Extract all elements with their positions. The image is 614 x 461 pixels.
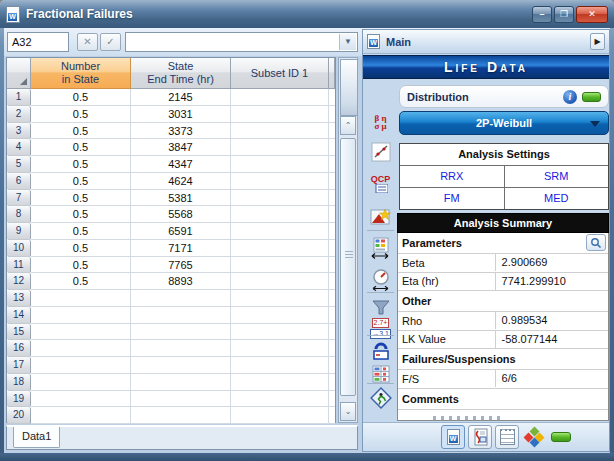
cell[interactable]: 5381 — [131, 190, 231, 207]
row-header[interactable]: 12 — [7, 273, 31, 290]
setting-link-fm[interactable]: FM — [400, 188, 505, 209]
cell[interactable] — [329, 257, 335, 274]
row-header[interactable]: 15 — [7, 324, 31, 341]
cell[interactable]: 0.5 — [31, 173, 131, 190]
cell[interactable] — [231, 223, 329, 240]
cell[interactable] — [231, 290, 329, 307]
row-header[interactable]: 17 — [7, 357, 31, 374]
simulation-icon[interactable] — [368, 386, 393, 410]
cell[interactable] — [31, 374, 131, 391]
cell[interactable] — [231, 340, 329, 357]
cell[interactable] — [131, 324, 231, 341]
cell[interactable] — [231, 173, 329, 190]
probability-plot-icon[interactable] — [368, 140, 393, 164]
cell[interactable] — [131, 357, 231, 374]
cell[interactable] — [329, 106, 335, 123]
cell[interactable] — [31, 391, 131, 408]
formula-dropdown-icon[interactable]: ▼ — [339, 34, 356, 50]
row-header[interactable]: 5 — [7, 156, 31, 173]
scroll-down-icon[interactable]: ⌄ — [340, 402, 356, 421]
row-header[interactable]: 1 — [7, 89, 31, 106]
cell[interactable] — [329, 273, 335, 290]
cell[interactable] — [329, 206, 335, 223]
minimize-button[interactable]: – — [532, 6, 552, 23]
cell[interactable] — [329, 391, 335, 408]
cell[interactable] — [329, 173, 335, 190]
status-button[interactable] — [549, 425, 573, 449]
cell[interactable] — [31, 340, 131, 357]
panel-header[interactable]: W Main ▶ — [363, 30, 609, 54]
cell[interactable] — [231, 123, 329, 140]
row-header[interactable]: 11 — [7, 257, 31, 274]
cell[interactable] — [231, 156, 329, 173]
cell[interactable]: 0.5 — [31, 139, 131, 156]
cell[interactable] — [231, 407, 329, 424]
column-header-partial[interactable] — [329, 58, 335, 89]
row-header[interactable]: 3 — [7, 123, 31, 140]
row-header[interactable]: 2 — [7, 106, 31, 123]
cell[interactable]: 3031 — [131, 106, 231, 123]
cell[interactable]: 0.5 — [31, 190, 131, 207]
row-header[interactable]: 14 — [7, 307, 31, 324]
maximize-button[interactable]: ❐ — [554, 6, 574, 23]
cell[interactable]: 0.5 — [31, 123, 131, 140]
cell[interactable]: 6591 — [131, 223, 231, 240]
cell[interactable] — [131, 290, 231, 307]
scrollbar-thumb[interactable] — [340, 138, 356, 396]
datasheet-button[interactable]: W — [441, 425, 465, 449]
distribution-parameters-icon[interactable]: β η σ μ — [368, 110, 393, 134]
row-header[interactable]: 13 — [7, 290, 31, 307]
dashboard-button[interactable] — [522, 425, 546, 449]
cell[interactable] — [329, 307, 335, 324]
cell[interactable]: 3847 — [131, 139, 231, 156]
setting-link-srm[interactable]: SRM — [505, 166, 609, 187]
cell[interactable]: 0.5 — [31, 240, 131, 257]
cell[interactable]: 5568 — [131, 206, 231, 223]
cell[interactable] — [231, 139, 329, 156]
decimal-precision-icon[interactable]: 2.7+ →3.1 — [368, 316, 393, 340]
cell[interactable] — [329, 374, 335, 391]
cell[interactable] — [131, 391, 231, 408]
non-parametric-icon[interactable] — [368, 338, 393, 362]
cell[interactable]: 4624 — [131, 173, 231, 190]
row-header[interactable]: 7 — [7, 190, 31, 207]
column-header-subset-id[interactable]: Subset ID 1 — [231, 58, 329, 89]
cell[interactable]: 4347 — [131, 156, 231, 173]
cell[interactable]: 0.5 — [31, 257, 131, 274]
window-titlebar[interactable]: W Fractional Failures – ❐ ✕ — [0, 0, 614, 28]
cell[interactable] — [231, 374, 329, 391]
setting-link-rrx[interactable]: RRX — [400, 166, 505, 187]
cell[interactable] — [231, 391, 329, 408]
row-header[interactable]: 19 — [7, 391, 31, 408]
cell[interactable] — [31, 290, 131, 307]
cell[interactable] — [231, 89, 329, 106]
cell[interactable] — [329, 290, 335, 307]
cell-reference-box[interactable]: A32 — [7, 32, 69, 52]
info-icon[interactable]: i — [563, 90, 577, 104]
cell[interactable]: 7765 — [131, 257, 231, 274]
row-header[interactable]: 8 — [7, 206, 31, 223]
row-header[interactable]: 9 — [7, 223, 31, 240]
cell[interactable] — [131, 374, 231, 391]
confirm-entry-button[interactable]: ✓ — [100, 33, 121, 51]
row-header[interactable]: 16 — [7, 340, 31, 357]
cell[interactable] — [329, 190, 335, 207]
cell[interactable] — [31, 307, 131, 324]
cell[interactable] — [231, 206, 329, 223]
row-header[interactable]: 10 — [7, 240, 31, 257]
cell[interactable]: 7171 — [131, 240, 231, 257]
setting-link-med[interactable]: MED — [505, 188, 609, 209]
cell[interactable] — [329, 223, 335, 240]
column-header-state-end-time[interactable]: State End Time (hr) — [131, 58, 231, 89]
scroll-up-icon[interactable]: ⌃ — [340, 116, 356, 135]
workbook-button[interactable] — [495, 425, 519, 449]
cell[interactable]: 0.5 — [31, 206, 131, 223]
formula-input[interactable]: ▼ — [125, 32, 358, 52]
cell[interactable] — [329, 156, 335, 173]
cell[interactable] — [231, 257, 329, 274]
qcp-icon[interactable]: QCP — [368, 171, 393, 195]
sheet-tab-data1[interactable]: Data1 — [13, 427, 60, 448]
cell[interactable]: 0.5 — [31, 223, 131, 240]
cell[interactable]: 0.5 — [31, 89, 131, 106]
cell[interactable]: 0.5 — [31, 273, 131, 290]
